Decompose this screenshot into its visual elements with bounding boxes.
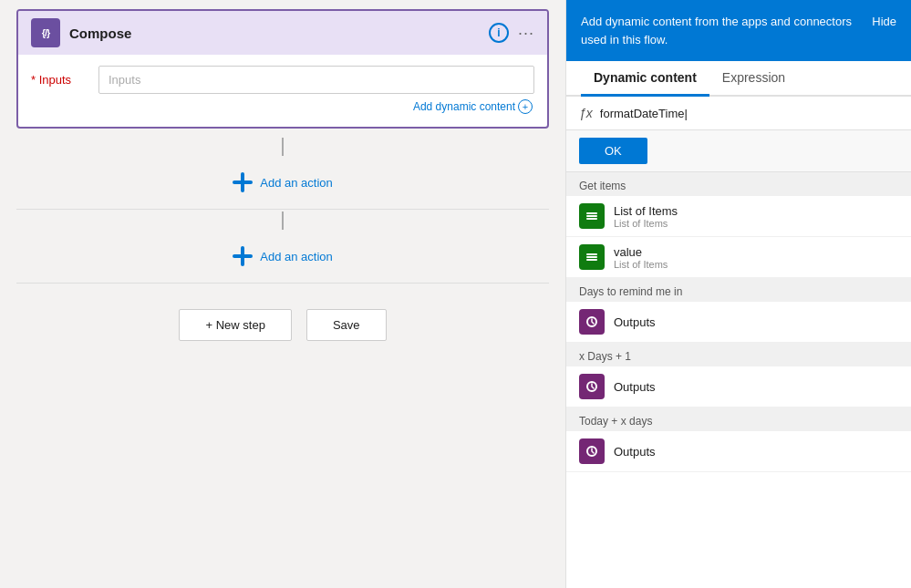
list-item[interactable]: Outputs [566, 302, 911, 343]
ok-row: OK [566, 130, 911, 172]
connector-line-2 [282, 211, 284, 230]
list-of-items-text: List of Items List of Items [614, 204, 678, 229]
right-panel: Add dynamic content from the apps and co… [565, 0, 911, 588]
add-action-container-2: Add an action [0, 239, 565, 273]
compose-card: {/} Compose i ··· * Inputs Inputs Add dy… [16, 9, 549, 129]
list-item[interactable]: Outputs [566, 431, 911, 472]
svg-rect-5 [586, 215, 597, 217]
svg-rect-1 [241, 172, 244, 192]
section-header-today-x-days: Today + x days [566, 407, 911, 431]
svg-rect-7 [586, 253, 597, 255]
dynamic-banner: Add dynamic content from the apps and co… [566, 0, 911, 61]
add-dynamic-row: Add dynamic content + [31, 99, 534, 114]
tab-dynamic-content[interactable]: Dynamic content [581, 61, 709, 97]
svg-rect-9 [586, 259, 597, 261]
connector-1 [0, 138, 565, 156]
outputs-icon-3 [579, 438, 605, 464]
divider-1 [16, 209, 549, 210]
list-item[interactable]: List of Items List of Items [566, 196, 911, 237]
value-text: value List of Items [614, 245, 668, 270]
svg-rect-3 [241, 246, 244, 266]
value-icon [579, 244, 605, 270]
list-item[interactable]: Outputs [566, 366, 911, 407]
tabs-row: Dynamic content Expression [566, 61, 911, 97]
svg-rect-4 [586, 212, 597, 214]
svg-rect-6 [586, 218, 597, 220]
section-header-get-items: Get items [566, 172, 911, 196]
inputs-row: * Inputs Inputs [31, 66, 534, 94]
info-icon[interactable]: i [489, 23, 509, 43]
compose-header: {/} Compose i ··· [18, 11, 547, 55]
expression-row: ƒx [566, 97, 911, 130]
connector-line-1 [282, 138, 284, 156]
connector-2 [0, 211, 565, 230]
add-dynamic-label: Add dynamic content [413, 100, 515, 113]
dynamic-content-list: Get items List of Items List of Items va… [566, 172, 911, 588]
more-options-button[interactable]: ··· [518, 24, 534, 43]
expression-input[interactable] [600, 107, 898, 120]
add-action-icon-1 [233, 172, 253, 192]
add-action-icon-2 [233, 246, 253, 266]
divider-2 [16, 283, 549, 284]
outputs-text-1: Outputs [614, 315, 656, 329]
inputs-field[interactable]: Inputs [98, 66, 534, 94]
ok-button[interactable]: OK [579, 138, 647, 164]
compose-title: Compose [69, 26, 131, 41]
outputs-text-3: Outputs [614, 445, 656, 459]
section-header-x-days: x Days + 1 [566, 343, 911, 366]
compose-header-left: {/} Compose [31, 18, 131, 47]
add-action-label-1: Add an action [260, 176, 333, 190]
svg-rect-8 [586, 256, 597, 258]
list-item[interactable]: value List of Items [566, 237, 911, 278]
section-header-days-remind: Days to remind me in [566, 278, 911, 302]
bottom-actions: + New step Save [0, 309, 565, 341]
inputs-value: Inputs [109, 73, 140, 87]
outputs-text-2: Outputs [614, 380, 656, 394]
list-of-items-icon [579, 203, 605, 229]
dynamic-banner-text: Add dynamic content from the apps and co… [581, 13, 863, 48]
outputs-icon-2 [579, 374, 605, 399]
plus-circle-icon: + [518, 99, 533, 114]
add-action-container-1: Add an action [0, 165, 565, 200]
compose-header-right: i ··· [489, 23, 534, 43]
outputs-icon-1 [579, 309, 605, 335]
left-panel: {/} Compose i ··· * Inputs Inputs Add dy… [0, 0, 565, 588]
add-action-button-2[interactable]: Add an action [218, 239, 347, 273]
compose-body: * Inputs Inputs Add dynamic content + [18, 55, 547, 127]
add-action-label-2: Add an action [260, 250, 333, 263]
new-step-button[interactable]: + New step [179, 309, 291, 341]
add-action-button-1[interactable]: Add an action [218, 165, 347, 200]
compose-icon: {/} [31, 18, 60, 47]
inputs-label: * Inputs [31, 73, 86, 87]
tab-expression[interactable]: Expression [709, 61, 798, 97]
fx-label: ƒx [579, 106, 593, 120]
add-dynamic-content-link[interactable]: Add dynamic content + [413, 99, 533, 114]
hide-button[interactable]: Hide [872, 13, 896, 28]
save-button[interactable]: Save [306, 309, 387, 341]
